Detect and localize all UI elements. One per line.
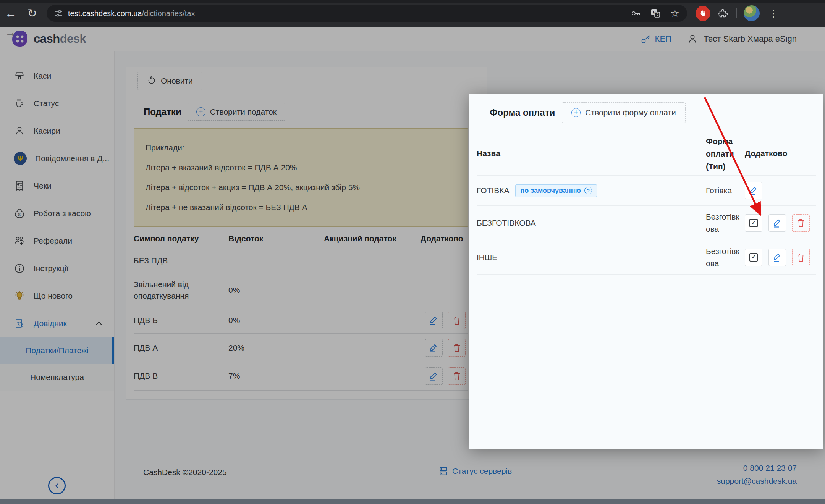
browser-toolbar: ← → ↻ test.cashdesk.com.ua/dictionaries/… xyxy=(0,0,825,27)
checkbox-checked-icon: ✓ xyxy=(749,253,758,262)
url-host: test.cashdesk.com.ua xyxy=(68,9,142,18)
col-extra: Додатково xyxy=(741,149,816,158)
pencil-icon xyxy=(773,252,782,262)
default-badge-label: по замовчуванню xyxy=(520,187,581,195)
create-payment-form-button[interactable]: + Створити форму оплати xyxy=(562,102,686,123)
panel-header: Форма оплати + Створити форму оплати xyxy=(475,102,817,123)
translate-icon[interactable]: G 文 xyxy=(650,8,660,18)
payment-forms-panel: Форма оплати + Створити форму оплати Наз… xyxy=(469,94,823,449)
default-badge: по замовчуванню ? xyxy=(515,184,597,197)
payment-name: ГОТІВКА xyxy=(477,186,509,195)
toggle-payment-checkbox[interactable]: ✓ xyxy=(745,249,762,266)
edit-payment-button[interactable] xyxy=(745,182,762,199)
panel-title: Форма оплати xyxy=(490,107,555,118)
payment-type: Безготівкова xyxy=(702,211,741,235)
col-name: Назва xyxy=(477,149,702,158)
edit-payment-button[interactable] xyxy=(768,214,786,232)
password-key-icon[interactable] xyxy=(631,8,641,18)
back-icon[interactable]: ← xyxy=(0,8,21,19)
payment-forms-table: Назва Форма оплати (Тип) Додатково ГОТІВ… xyxy=(477,132,816,275)
trash-icon xyxy=(796,218,806,228)
url-path: /dictionaries/tax xyxy=(142,9,195,18)
create-payment-form-label: Створити форму оплати xyxy=(585,108,676,117)
trash-icon xyxy=(796,252,806,262)
toolbar-divider xyxy=(736,8,737,18)
checkbox-checked-icon: ✓ xyxy=(749,219,758,227)
browser-menu-icon[interactable]: ⋮ xyxy=(766,8,781,19)
extensions-puzzle-icon[interactable] xyxy=(718,8,728,19)
delete-payment-button[interactable] xyxy=(792,249,810,266)
payment-type: Безготівкова xyxy=(702,245,741,270)
site-info-icon[interactable] xyxy=(54,9,63,18)
pencil-icon xyxy=(773,218,782,228)
payment-row-hotivka: ГОТІВКА по замовчуванню ? Готівка xyxy=(477,176,816,206)
adblock-extension-icon[interactable] xyxy=(696,6,710,21)
screen: ← → ↻ test.cashdesk.com.ua/dictionaries/… xyxy=(0,0,825,504)
plus-circle-icon: + xyxy=(571,108,581,117)
svg-text:文: 文 xyxy=(656,13,659,17)
payment-row-inshe: ІНШЕ Безготівкова ✓ xyxy=(477,240,816,275)
payment-name: ІНШЕ xyxy=(477,253,497,262)
payment-name: БЕЗГОТІВКОВА xyxy=(477,218,536,228)
edit-payment-button[interactable] xyxy=(768,249,786,266)
reload-icon[interactable]: ↻ xyxy=(21,8,43,19)
payment-table-header: Назва Форма оплати (Тип) Додатково xyxy=(477,132,816,176)
delete-payment-button[interactable] xyxy=(792,214,810,232)
toggle-payment-checkbox[interactable]: ✓ xyxy=(745,214,762,232)
payment-row-bezhotivkova: БЕЗГОТІВКОВА Безготівкова ✓ xyxy=(477,206,816,240)
profile-avatar[interactable] xyxy=(744,5,760,21)
payment-type: Готівка xyxy=(702,184,741,197)
address-bar[interactable]: test.cashdesk.com.ua/dictionaries/tax G … xyxy=(47,5,687,22)
pencil-icon xyxy=(749,186,758,195)
help-question-icon[interactable]: ? xyxy=(584,187,592,194)
col-type: Форма оплати (Тип) xyxy=(702,135,741,173)
bookmark-star-icon[interactable]: ☆ xyxy=(670,7,679,19)
